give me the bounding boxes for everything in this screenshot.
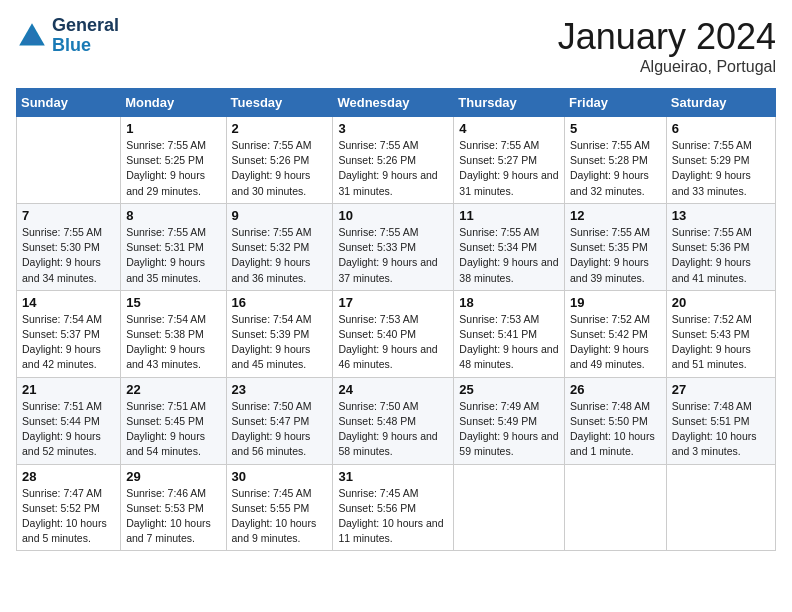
calendar-cell: 16Sunrise: 7:54 AMSunset: 5:39 PMDayligh… bbox=[226, 290, 333, 377]
calendar-cell: 12Sunrise: 7:55 AMSunset: 5:35 PMDayligh… bbox=[565, 203, 667, 290]
day-info: Sunrise: 7:48 AMSunset: 5:50 PMDaylight:… bbox=[570, 399, 661, 460]
day-number: 20 bbox=[672, 295, 770, 310]
day-number: 31 bbox=[338, 469, 448, 484]
day-number: 28 bbox=[22, 469, 115, 484]
weekday-header: Tuesday bbox=[226, 89, 333, 117]
calendar-week-row: 7Sunrise: 7:55 AMSunset: 5:30 PMDaylight… bbox=[17, 203, 776, 290]
day-number: 21 bbox=[22, 382, 115, 397]
calendar-cell: 24Sunrise: 7:50 AMSunset: 5:48 PMDayligh… bbox=[333, 377, 454, 464]
calendar-cell: 3Sunrise: 7:55 AMSunset: 5:26 PMDaylight… bbox=[333, 117, 454, 204]
calendar-title: January 2024 bbox=[558, 16, 776, 58]
calendar-cell: 18Sunrise: 7:53 AMSunset: 5:41 PMDayligh… bbox=[454, 290, 565, 377]
day-info: Sunrise: 7:46 AMSunset: 5:53 PMDaylight:… bbox=[126, 486, 220, 547]
calendar-subtitle: Algueirao, Portugal bbox=[558, 58, 776, 76]
calendar-cell: 8Sunrise: 7:55 AMSunset: 5:31 PMDaylight… bbox=[121, 203, 226, 290]
day-number: 23 bbox=[232, 382, 328, 397]
day-number: 10 bbox=[338, 208, 448, 223]
day-info: Sunrise: 7:53 AMSunset: 5:41 PMDaylight:… bbox=[459, 312, 559, 373]
day-info: Sunrise: 7:55 AMSunset: 5:26 PMDaylight:… bbox=[338, 138, 448, 199]
day-info: Sunrise: 7:55 AMSunset: 5:34 PMDaylight:… bbox=[459, 225, 559, 286]
day-info: Sunrise: 7:51 AMSunset: 5:44 PMDaylight:… bbox=[22, 399, 115, 460]
logo-line1: General bbox=[52, 16, 119, 36]
calendar-cell bbox=[565, 464, 667, 551]
day-number: 17 bbox=[338, 295, 448, 310]
day-number: 14 bbox=[22, 295, 115, 310]
title-area: January 2024 Algueirao, Portugal bbox=[558, 16, 776, 76]
calendar-table: SundayMondayTuesdayWednesdayThursdayFrid… bbox=[16, 88, 776, 551]
calendar-cell: 14Sunrise: 7:54 AMSunset: 5:37 PMDayligh… bbox=[17, 290, 121, 377]
calendar-cell: 27Sunrise: 7:48 AMSunset: 5:51 PMDayligh… bbox=[666, 377, 775, 464]
day-number: 19 bbox=[570, 295, 661, 310]
calendar-cell: 1Sunrise: 7:55 AMSunset: 5:25 PMDaylight… bbox=[121, 117, 226, 204]
calendar-week-row: 1Sunrise: 7:55 AMSunset: 5:25 PMDaylight… bbox=[17, 117, 776, 204]
day-number: 30 bbox=[232, 469, 328, 484]
weekday-header: Friday bbox=[565, 89, 667, 117]
calendar-week-row: 28Sunrise: 7:47 AMSunset: 5:52 PMDayligh… bbox=[17, 464, 776, 551]
day-number: 12 bbox=[570, 208, 661, 223]
calendar-cell: 31Sunrise: 7:45 AMSunset: 5:56 PMDayligh… bbox=[333, 464, 454, 551]
weekday-header: Monday bbox=[121, 89, 226, 117]
logo: General Blue bbox=[16, 16, 119, 56]
calendar-week-row: 14Sunrise: 7:54 AMSunset: 5:37 PMDayligh… bbox=[17, 290, 776, 377]
calendar-cell: 19Sunrise: 7:52 AMSunset: 5:42 PMDayligh… bbox=[565, 290, 667, 377]
day-info: Sunrise: 7:55 AMSunset: 5:27 PMDaylight:… bbox=[459, 138, 559, 199]
calendar-cell: 29Sunrise: 7:46 AMSunset: 5:53 PMDayligh… bbox=[121, 464, 226, 551]
calendar-cell: 20Sunrise: 7:52 AMSunset: 5:43 PMDayligh… bbox=[666, 290, 775, 377]
day-number: 4 bbox=[459, 121, 559, 136]
calendar-cell: 23Sunrise: 7:50 AMSunset: 5:47 PMDayligh… bbox=[226, 377, 333, 464]
day-number: 3 bbox=[338, 121, 448, 136]
page-header: General Blue January 2024 Algueirao, Por… bbox=[16, 16, 776, 76]
day-number: 29 bbox=[126, 469, 220, 484]
day-number: 8 bbox=[126, 208, 220, 223]
day-info: Sunrise: 7:55 AMSunset: 5:29 PMDaylight:… bbox=[672, 138, 770, 199]
logo-text: General Blue bbox=[52, 16, 119, 56]
calendar-cell: 11Sunrise: 7:55 AMSunset: 5:34 PMDayligh… bbox=[454, 203, 565, 290]
day-info: Sunrise: 7:48 AMSunset: 5:51 PMDaylight:… bbox=[672, 399, 770, 460]
calendar-cell bbox=[454, 464, 565, 551]
day-info: Sunrise: 7:52 AMSunset: 5:42 PMDaylight:… bbox=[570, 312, 661, 373]
day-number: 18 bbox=[459, 295, 559, 310]
day-info: Sunrise: 7:55 AMSunset: 5:32 PMDaylight:… bbox=[232, 225, 328, 286]
calendar-cell: 25Sunrise: 7:49 AMSunset: 5:49 PMDayligh… bbox=[454, 377, 565, 464]
calendar-cell: 30Sunrise: 7:45 AMSunset: 5:55 PMDayligh… bbox=[226, 464, 333, 551]
calendar-cell: 17Sunrise: 7:53 AMSunset: 5:40 PMDayligh… bbox=[333, 290, 454, 377]
calendar-cell: 15Sunrise: 7:54 AMSunset: 5:38 PMDayligh… bbox=[121, 290, 226, 377]
calendar-cell bbox=[666, 464, 775, 551]
day-number: 13 bbox=[672, 208, 770, 223]
day-info: Sunrise: 7:55 AMSunset: 5:35 PMDaylight:… bbox=[570, 225, 661, 286]
day-number: 25 bbox=[459, 382, 559, 397]
day-info: Sunrise: 7:45 AMSunset: 5:56 PMDaylight:… bbox=[338, 486, 448, 547]
weekday-header: Saturday bbox=[666, 89, 775, 117]
day-number: 9 bbox=[232, 208, 328, 223]
day-info: Sunrise: 7:55 AMSunset: 5:33 PMDaylight:… bbox=[338, 225, 448, 286]
weekday-header: Sunday bbox=[17, 89, 121, 117]
calendar-cell: 5Sunrise: 7:55 AMSunset: 5:28 PMDaylight… bbox=[565, 117, 667, 204]
day-number: 24 bbox=[338, 382, 448, 397]
day-info: Sunrise: 7:55 AMSunset: 5:28 PMDaylight:… bbox=[570, 138, 661, 199]
calendar-cell: 6Sunrise: 7:55 AMSunset: 5:29 PMDaylight… bbox=[666, 117, 775, 204]
day-info: Sunrise: 7:54 AMSunset: 5:37 PMDaylight:… bbox=[22, 312, 115, 373]
logo-icon bbox=[16, 20, 48, 52]
calendar-cell: 2Sunrise: 7:55 AMSunset: 5:26 PMDaylight… bbox=[226, 117, 333, 204]
calendar-cell: 26Sunrise: 7:48 AMSunset: 5:50 PMDayligh… bbox=[565, 377, 667, 464]
calendar-cell bbox=[17, 117, 121, 204]
calendar-cell: 21Sunrise: 7:51 AMSunset: 5:44 PMDayligh… bbox=[17, 377, 121, 464]
day-info: Sunrise: 7:55 AMSunset: 5:26 PMDaylight:… bbox=[232, 138, 328, 199]
calendar-week-row: 21Sunrise: 7:51 AMSunset: 5:44 PMDayligh… bbox=[17, 377, 776, 464]
calendar-cell: 13Sunrise: 7:55 AMSunset: 5:36 PMDayligh… bbox=[666, 203, 775, 290]
day-info: Sunrise: 7:50 AMSunset: 5:48 PMDaylight:… bbox=[338, 399, 448, 460]
weekday-header: Wednesday bbox=[333, 89, 454, 117]
day-info: Sunrise: 7:54 AMSunset: 5:38 PMDaylight:… bbox=[126, 312, 220, 373]
logo-line2: Blue bbox=[52, 35, 91, 55]
day-info: Sunrise: 7:52 AMSunset: 5:43 PMDaylight:… bbox=[672, 312, 770, 373]
day-info: Sunrise: 7:53 AMSunset: 5:40 PMDaylight:… bbox=[338, 312, 448, 373]
day-number: 7 bbox=[22, 208, 115, 223]
day-number: 6 bbox=[672, 121, 770, 136]
weekday-header: Thursday bbox=[454, 89, 565, 117]
calendar-cell: 9Sunrise: 7:55 AMSunset: 5:32 PMDaylight… bbox=[226, 203, 333, 290]
day-info: Sunrise: 7:55 AMSunset: 5:36 PMDaylight:… bbox=[672, 225, 770, 286]
day-info: Sunrise: 7:55 AMSunset: 5:25 PMDaylight:… bbox=[126, 138, 220, 199]
weekday-header-row: SundayMondayTuesdayWednesdayThursdayFrid… bbox=[17, 89, 776, 117]
day-info: Sunrise: 7:51 AMSunset: 5:45 PMDaylight:… bbox=[126, 399, 220, 460]
calendar-cell: 28Sunrise: 7:47 AMSunset: 5:52 PMDayligh… bbox=[17, 464, 121, 551]
